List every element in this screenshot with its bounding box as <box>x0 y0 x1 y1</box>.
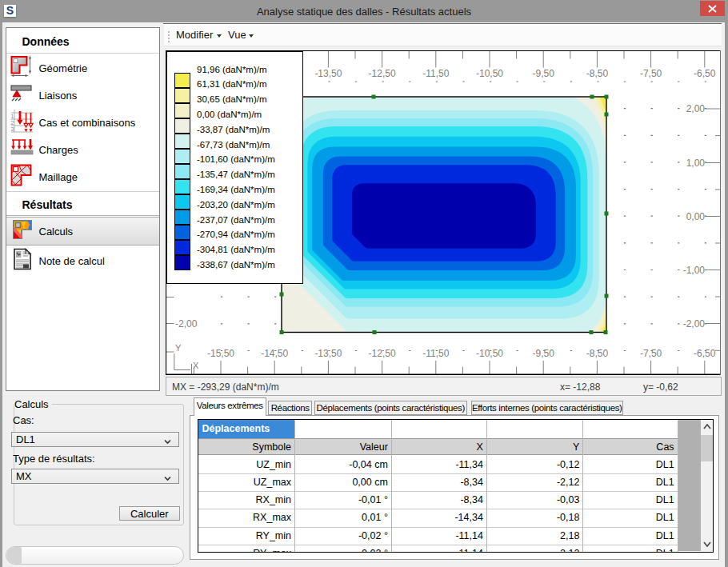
svg-text:-12,50: -12,50 <box>369 68 396 79</box>
svg-text:-13,50: -13,50 <box>314 348 342 359</box>
svg-text:-2,00: -2,00 <box>683 318 706 329</box>
svg-text:-6,50: -6,50 <box>694 68 716 79</box>
svg-text:0,00: 0,00 <box>686 211 706 222</box>
svg-text:-11,50: -11,50 <box>422 68 449 79</box>
svg-text:-8,50: -8,50 <box>586 68 609 79</box>
svg-text:-7,50: -7,50 <box>640 348 662 359</box>
svg-text:-12,50: -12,50 <box>369 348 396 359</box>
svg-text:2,00: 2,00 <box>686 103 706 114</box>
svg-text:Y: Y <box>175 343 182 353</box>
svg-text:1,00: 1,00 <box>686 158 706 169</box>
svg-text:-2,00: -2,00 <box>175 318 198 329</box>
svg-text:-6,50: -6,50 <box>694 348 716 359</box>
svg-text:-1,00: -1,00 <box>683 265 706 276</box>
svg-text:-9,50: -9,50 <box>533 68 555 79</box>
svg-text:-7,50: -7,50 <box>640 68 662 79</box>
svg-text:-13,50: -13,50 <box>314 68 342 79</box>
svg-text:3: 3 <box>10 126 14 131</box>
svg-text:-9,50: -9,50 <box>533 348 555 359</box>
svg-text:X: X <box>193 361 199 370</box>
svg-text:1: 1 <box>10 113 14 118</box>
svg-text:-11,50: -11,50 <box>422 348 449 359</box>
svg-text:-10,50: -10,50 <box>476 68 503 79</box>
svg-text:-10,50: -10,50 <box>476 348 503 359</box>
svg-text:-14,50: -14,50 <box>261 348 288 359</box>
svg-text:-8,50: -8,50 <box>586 348 609 359</box>
svg-text:-15,50: -15,50 <box>207 348 234 359</box>
svg-text:2: 2 <box>10 119 14 125</box>
